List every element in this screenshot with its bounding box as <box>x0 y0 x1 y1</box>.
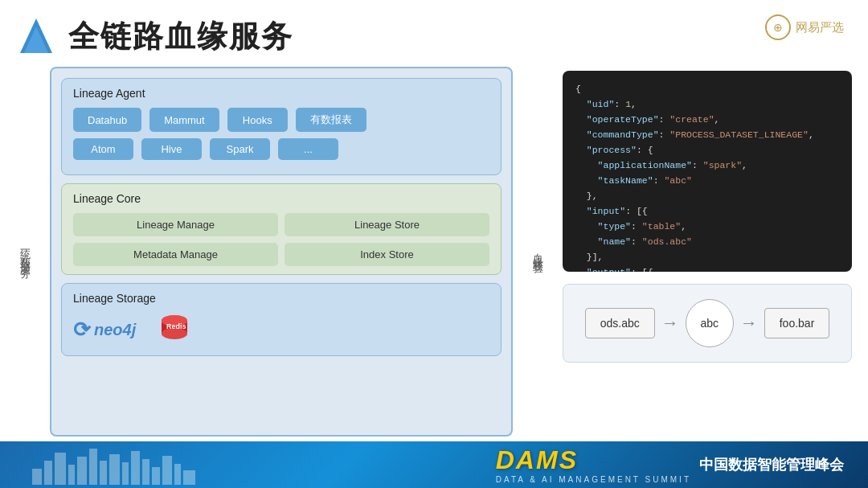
redis-icon: Redis <box>160 313 189 342</box>
youshubiaobiao-btn[interactable]: 有数报表 <box>296 108 366 132</box>
code-line: "output": [{ <box>575 265 839 272</box>
code-line: "process": { <box>575 143 839 158</box>
svg-rect-9 <box>55 453 66 485</box>
svg-rect-7 <box>32 469 42 485</box>
core-grid: Lineage Manage Lineage Store Metadata Ma… <box>73 213 489 266</box>
neo4j-text: neo4j <box>94 321 136 339</box>
header: 全链路血缘服务 ⊕ 网易严选 <box>0 0 868 67</box>
code-line: "uid": 1, <box>575 97 839 113</box>
code-line: { <box>575 82 839 97</box>
dams-right: 中国数据智能管理峰会 <box>699 455 844 474</box>
flow-source: ods.abc <box>585 308 655 338</box>
neo4j-logo: ⟳ neo4j <box>73 318 136 342</box>
code-line: }, <box>575 189 839 204</box>
agent-title: Lineage Agent <box>73 87 489 100</box>
storage-logos: ⟳ neo4j Redis <box>73 313 489 347</box>
dams-subtitle: DATA & AI MANAGEMENT SUMMIT <box>496 475 691 485</box>
dams-cn-text: 中国数据智能管理峰会 <box>699 455 844 474</box>
code-block: { "uid": 1, "operateType": "create", "co… <box>563 71 852 272</box>
code-line: }], <box>575 250 839 265</box>
logo-icon: ⊕ <box>765 14 791 40</box>
right-label: 血缘校验 <box>529 67 547 437</box>
more-btn[interactable]: ... <box>278 138 338 160</box>
svg-rect-16 <box>131 451 140 485</box>
hooks-btn[interactable]: Hooks <box>227 108 288 132</box>
lineage-core-section: Lineage Core Lineage Manage Lineage Stor… <box>61 183 502 275</box>
bottom-bar: DAMS DATA & AI MANAGEMENT SUMMIT 中国数据智能管… <box>0 441 868 488</box>
svg-rect-17 <box>142 459 149 485</box>
right-panel: { "uid": 1, "operateType": "create", "co… <box>563 67 852 437</box>
hive-btn[interactable]: Hive <box>141 138 202 160</box>
svg-rect-18 <box>152 467 160 485</box>
atom-btn[interactable]: Atom <box>73 138 133 160</box>
bottom-left <box>24 445 201 485</box>
flow-target: foo.bar <box>764 308 830 338</box>
svg-rect-20 <box>174 464 181 485</box>
svg-rect-13 <box>100 461 107 485</box>
code-line: "commandType": "PROCESS_DATASET_LINEAGE"… <box>575 128 839 143</box>
triangle-icon <box>16 14 56 59</box>
svg-rect-14 <box>109 454 120 485</box>
code-line: "operateType": "create", <box>575 113 839 128</box>
svg-rect-15 <box>122 462 129 485</box>
agent-row2: Atom Hive Spark ... <box>73 138 489 160</box>
city-skyline-icon <box>24 445 201 485</box>
redis-logo: Redis <box>160 313 189 347</box>
code-line: "taskName": "abc" <box>575 174 839 189</box>
agent-row1: Datahub Mammut Hooks 有数报表 <box>73 108 489 132</box>
flow-process: abc <box>686 299 734 347</box>
neo4j-icon: ⟳ <box>73 318 91 342</box>
svg-rect-11 <box>77 457 87 485</box>
diagram-container: Lineage Agent Datahub Mammut Hooks 有数报表 … <box>50 67 513 437</box>
main-content: 统一元数据服务 Lineage Agent Datahub Mammut Hoo… <box>0 67 868 437</box>
code-line: "applicationName": "spark", <box>575 158 839 174</box>
flow-arrow-1: → <box>661 313 679 334</box>
code-line: "type": "table", <box>575 219 839 235</box>
svg-text:Redis: Redis <box>166 322 186 330</box>
logo-text: 网易严选 <box>796 20 844 35</box>
svg-rect-12 <box>89 449 97 485</box>
svg-rect-8 <box>44 461 52 485</box>
code-line: "input": [{ <box>575 204 839 219</box>
flow-arrow-2: → <box>740 313 758 334</box>
dams-highlight: DAMS <box>496 445 578 474</box>
lineage-agent-section: Lineage Agent Datahub Mammut Hooks 有数报表 … <box>61 78 502 175</box>
spark-btn[interactable]: Spark <box>210 138 270 160</box>
storage-title: Lineage Storage <box>73 292 489 305</box>
lineage-manage-btn[interactable]: Lineage Manage <box>73 213 278 236</box>
dams-text-block: DAMS DATA & AI MANAGEMENT SUMMIT <box>496 445 691 485</box>
flow-diagram: ods.abc → abc → foo.bar <box>563 284 852 363</box>
page-title: 全链路血缘服务 <box>68 16 293 57</box>
mammut-btn[interactable]: Mammut <box>149 108 219 132</box>
logo-area: ⊕ 网易严选 <box>765 14 844 40</box>
dams-brand-text: DAMS <box>496 445 691 475</box>
lineage-storage-section: Lineage Storage ⟳ neo4j Redis <box>61 283 502 356</box>
svg-rect-19 <box>162 456 172 485</box>
metadata-manage-btn[interactable]: Metadata Manage <box>73 243 278 266</box>
left-label: 统一元数据服务 <box>16 67 34 437</box>
dams-logo: DAMS DATA & AI MANAGEMENT SUMMIT 中国数据智能管… <box>496 445 844 485</box>
svg-rect-10 <box>68 465 75 485</box>
svg-rect-21 <box>183 470 195 485</box>
index-store-btn[interactable]: Index Store <box>285 243 489 266</box>
code-line: "name": "ods.abc" <box>575 235 839 250</box>
lineage-store-btn[interactable]: Lineage Store <box>285 213 489 236</box>
datahub-btn[interactable]: Datahub <box>73 108 141 132</box>
core-title: Lineage Core <box>73 192 489 205</box>
